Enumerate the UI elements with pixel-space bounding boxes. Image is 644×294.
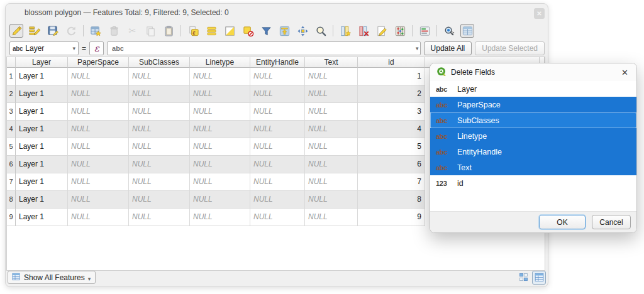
cell-subclasses[interactable]: NULL — [129, 209, 190, 226]
cell-id[interactable]: 9 — [358, 209, 425, 226]
cell-layer[interactable]: Layer 1 — [16, 68, 68, 85]
cell-entityhandle[interactable]: NULL — [250, 156, 305, 173]
column-header-layer[interactable]: Layer — [16, 57, 68, 68]
filter-value-input[interactable]: abc ▾ — [107, 41, 421, 55]
cell-entityhandle[interactable]: NULL — [250, 173, 305, 191]
save-edits-icon[interactable] — [46, 24, 60, 38]
select-by-expression-icon[interactable]: ε — [186, 24, 200, 38]
field-item-paperspace[interactable]: abcPaperSpace — [430, 97, 636, 112]
conditional-formatting-icon[interactable] — [418, 24, 431, 38]
cell-linetype[interactable]: NULL — [190, 173, 250, 191]
row-number[interactable]: 1 — [7, 68, 16, 85]
cell-id[interactable]: 6 — [358, 156, 425, 173]
row-number[interactable]: 4 — [7, 121, 16, 138]
cell-layer[interactable]: Layer 1 — [16, 85, 68, 103]
chevron-down-icon[interactable]: ▾ — [416, 45, 419, 52]
cell-linetype[interactable]: NULL — [190, 156, 250, 173]
filter-field-select[interactable]: abc Layer ▾ — [9, 41, 79, 55]
filter-by-form-icon[interactable] — [259, 24, 273, 38]
cell-id[interactable]: 4 — [358, 121, 425, 138]
cell-text[interactable]: NULL — [305, 103, 358, 121]
cell-subclasses[interactable]: NULL — [129, 173, 190, 191]
cell-paperspace[interactable]: NULL — [68, 103, 129, 121]
invert-selection-icon[interactable] — [223, 24, 236, 38]
cell-entityhandle[interactable]: NULL — [250, 138, 305, 156]
expression-button[interactable]: ε — [89, 41, 104, 55]
column-header-linetype[interactable]: Linetype — [190, 57, 250, 68]
cell-entityhandle[interactable]: NULL — [250, 103, 305, 121]
cell-paperspace[interactable]: NULL — [68, 121, 129, 138]
cell-paperspace[interactable]: NULL — [68, 191, 129, 209]
cell-layer[interactable]: Layer 1 — [16, 191, 68, 209]
paste-features-icon[interactable] — [162, 24, 175, 38]
cell-entityhandle[interactable]: NULL — [250, 209, 305, 226]
column-header-paperspace[interactable]: PaperSpace — [68, 57, 129, 68]
cell-paperspace[interactable]: NULL — [68, 68, 129, 85]
highlight-on-map-icon[interactable] — [442, 24, 456, 38]
cell-text[interactable]: NULL — [305, 173, 358, 191]
cell-text[interactable]: NULL — [305, 209, 358, 226]
field-item-text[interactable]: abcText — [430, 160, 636, 175]
cell-entityhandle[interactable]: NULL — [250, 68, 305, 85]
row-number[interactable]: 2 — [7, 85, 16, 103]
cell-entityhandle[interactable]: NULL — [250, 191, 305, 209]
select-all-icon[interactable] — [204, 24, 218, 38]
row-number[interactable]: 6 — [7, 156, 16, 173]
cell-linetype[interactable]: NULL — [190, 68, 250, 85]
dock-table-icon[interactable] — [460, 24, 474, 38]
cell-paperspace[interactable]: NULL — [68, 209, 129, 226]
cell-paperspace[interactable]: NULL — [68, 173, 129, 191]
toggle-editing-icon[interactable] — [9, 24, 23, 38]
cell-subclasses[interactable]: NULL — [129, 103, 190, 121]
cell-text[interactable]: NULL — [305, 191, 358, 209]
multiedit-mode-icon[interactable] — [28, 24, 42, 38]
column-header-text[interactable]: Text — [305, 57, 358, 68]
cell-text[interactable]: NULL — [305, 156, 358, 173]
cell-layer[interactable]: Layer 1 — [16, 209, 68, 226]
cell-id[interactable]: 1 — [358, 68, 425, 85]
field-calculator-icon[interactable] — [393, 24, 407, 38]
add-feature-icon[interactable] — [89, 24, 103, 38]
field-item-layer[interactable]: abcLayer — [430, 81, 636, 97]
cell-paperspace[interactable]: NULL — [68, 138, 129, 156]
edit-field-icon[interactable] — [375, 24, 389, 38]
dialog-close-icon[interactable]: ✕ — [619, 68, 630, 77]
cell-text[interactable]: NULL — [305, 121, 358, 138]
cell-subclasses[interactable]: NULL — [129, 68, 190, 85]
field-item-entityhandle[interactable]: abcEntityHandle — [430, 144, 636, 160]
cell-id[interactable]: 7 — [358, 173, 425, 191]
table-view-icon[interactable] — [532, 271, 546, 285]
row-number[interactable]: 7 — [7, 173, 16, 191]
cell-layer[interactable]: Layer 1 — [16, 173, 68, 191]
cell-layer[interactable]: Layer 1 — [16, 156, 68, 173]
update-all-button[interactable]: Update All — [424, 41, 472, 55]
cell-paperspace[interactable]: NULL — [68, 156, 129, 173]
header-corner-cell[interactable] — [7, 57, 16, 68]
cell-linetype[interactable]: NULL — [190, 191, 250, 209]
cell-linetype[interactable]: NULL — [190, 138, 250, 156]
move-selection-top-icon[interactable] — [277, 24, 291, 38]
delete-field-icon[interactable] — [357, 24, 370, 38]
cell-layer[interactable]: Layer 1 — [16, 121, 68, 138]
field-item-subclasses[interactable]: abcSubClasses — [430, 112, 636, 128]
cell-subclasses[interactable]: NULL — [129, 85, 190, 103]
cell-id[interactable]: 2 — [358, 85, 425, 103]
window-close-icon[interactable]: ✕ — [534, 8, 545, 19]
cell-id[interactable]: 3 — [358, 103, 425, 121]
cell-layer[interactable]: Layer 1 — [16, 138, 68, 156]
cell-subclasses[interactable]: NULL — [129, 191, 190, 209]
cell-paperspace[interactable]: NULL — [68, 85, 129, 103]
cell-id[interactable]: 5 — [358, 138, 425, 156]
cell-text[interactable]: NULL — [305, 85, 358, 103]
field-item-linetype[interactable]: abcLinetype — [430, 128, 636, 144]
cancel-button[interactable]: Cancel — [592, 215, 631, 229]
row-number[interactable]: 8 — [7, 191, 16, 209]
field-item-id[interactable]: 123id — [430, 175, 636, 191]
deselect-all-icon[interactable] — [241, 24, 255, 38]
ok-button[interactable]: OK — [539, 215, 586, 229]
cell-text[interactable]: NULL — [305, 68, 358, 85]
cell-layer[interactable]: Layer 1 — [16, 103, 68, 121]
form-view-icon[interactable] — [516, 271, 530, 285]
show-all-features-button[interactable]: Show All Features ▾ — [8, 271, 96, 284]
new-field-icon[interactable] — [338, 24, 352, 38]
